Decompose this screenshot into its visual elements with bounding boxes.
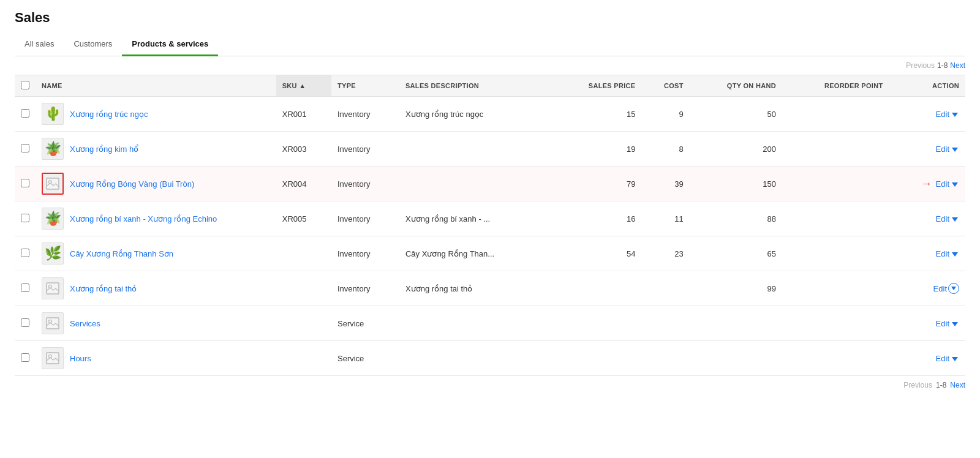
product-sku (276, 306, 331, 341)
product-name-text[interactable]: Cây Xương Rồng Thanh Sơn (70, 249, 173, 258)
product-sales-price: 15 (552, 97, 641, 132)
col-sales-description: SALES DESCRIPTION (399, 75, 552, 97)
row-checkbox[interactable] (21, 283, 29, 292)
product-reorder-point (782, 236, 889, 271)
row-checkbox[interactable] (21, 109, 29, 118)
tab-bar: All sales Customers Products & services (15, 33, 965, 56)
product-type: Service (331, 341, 399, 376)
col-name: NAME (36, 75, 276, 97)
product-qty-on-hand: 99 (690, 271, 782, 306)
top-pagination: Previous 1-8 Next (15, 56, 965, 75)
product-type: Inventory (331, 97, 399, 132)
edit-button[interactable]: Edit (936, 179, 949, 189)
row-checkbox-cell (15, 201, 36, 236)
product-type: Service (331, 306, 399, 341)
edit-button[interactable]: Edit (936, 145, 949, 154)
product-name-cell: Xương rồng tai thỏ (36, 271, 276, 306)
product-name-text[interactable]: Xương Rồng Bóng Vàng (Bui Tròn) (70, 179, 194, 189)
product-name-text[interactable]: Xương rồng tai thỏ (70, 284, 137, 293)
product-cost: 8 (641, 132, 689, 167)
col-cost: COST (641, 75, 689, 97)
dropdown-caret-button[interactable] (951, 179, 959, 189)
product-qty-on-hand: 200 (690, 132, 782, 167)
dropdown-caret-button[interactable] (951, 249, 959, 258)
svg-rect-4 (47, 318, 59, 329)
pagination-previous-top[interactable]: Previous (906, 61, 935, 70)
pagination-range-top: 1-8 (937, 61, 948, 70)
edit-button[interactable]: Edit (936, 354, 949, 363)
product-cost: 39 (641, 167, 689, 201)
product-sku: XR005 (276, 201, 331, 236)
product-thumbnail (42, 277, 64, 299)
row-checkbox-cell (15, 341, 36, 376)
edit-button[interactable]: Edit (936, 319, 949, 328)
dropdown-caret-button[interactable] (951, 319, 959, 328)
product-name-cell: Xương Rồng Bóng Vàng (Bui Tròn) (36, 167, 276, 201)
dropdown-caret-button[interactable] (951, 110, 959, 119)
products-table: NAME SKU ▲ TYPE SALES DESCRIPTION SALES … (15, 75, 965, 376)
row-checkbox[interactable] (21, 318, 29, 327)
dropdown-circle-button[interactable] (948, 283, 959, 294)
page-title: Sales (15, 10, 965, 26)
edit-button[interactable]: Edit (936, 249, 949, 258)
product-name-text[interactable]: Hours (70, 354, 91, 363)
table-row: 🪴Xương rồng kim hổXR003Inventory198200Ed… (15, 132, 965, 167)
row-checkbox[interactable] (21, 179, 29, 187)
product-qty-on-hand: 65 (690, 236, 782, 271)
dropdown-caret-button[interactable] (951, 145, 959, 154)
product-sales-price: 19 (552, 132, 641, 167)
product-sku: XR001 (276, 97, 331, 132)
table-row: 🪴Xương rồng bí xanh - Xương rồng EchinoX… (15, 201, 965, 236)
product-name-text[interactable]: Xương rồng bí xanh - Xương rồng Echino (70, 214, 217, 223)
tab-products-services[interactable]: Products & services (122, 33, 218, 56)
red-arrow-indicator: → (921, 178, 932, 190)
pagination-previous-bottom[interactable]: Previous (903, 381, 932, 389)
product-type: Inventory (331, 271, 399, 306)
product-sales-description: Cây Xương Rồng Than... (399, 236, 552, 271)
dropdown-caret-button[interactable] (951, 214, 959, 223)
pagination-range-bottom: 1-8 (936, 381, 946, 389)
col-type: TYPE (331, 75, 399, 97)
col-sku[interactable]: SKU ▲ (276, 75, 331, 97)
product-action-cell: Edit (889, 236, 965, 271)
product-sales-price: 54 (552, 236, 641, 271)
edit-button[interactable]: Edit (933, 284, 947, 293)
edit-button[interactable]: Edit (936, 214, 949, 223)
pagination-next-top[interactable]: Next (950, 61, 965, 70)
product-sales-description: Xương rồng tai thỏ (399, 271, 552, 306)
row-checkbox[interactable] (21, 249, 29, 257)
product-thumbnail: 🪴 (42, 138, 64, 160)
product-name-cell: 🌿Cây Xương Rồng Thanh Sơn (36, 236, 276, 271)
row-checkbox[interactable] (21, 353, 29, 362)
product-name-text[interactable]: Services (70, 319, 100, 328)
product-name-text[interactable]: Xương rồng trúc ngọc (70, 110, 148, 119)
select-all-checkbox[interactable] (21, 81, 29, 89)
row-checkbox[interactable] (21, 144, 29, 152)
product-thumbnail (42, 347, 64, 369)
row-checkbox-cell (15, 306, 36, 341)
svg-rect-2 (47, 283, 59, 294)
col-sales-price: SALES PRICE (552, 75, 641, 97)
product-cost (641, 341, 689, 376)
product-name-text[interactable]: Xương rồng kim hổ (70, 145, 138, 154)
tab-customers[interactable]: Customers (64, 33, 122, 56)
row-checkbox-cell (15, 97, 36, 132)
product-name-cell: 🪴Xương rồng kim hổ (36, 132, 276, 167)
product-action-cell: Edit (889, 271, 965, 306)
product-reorder-point (782, 271, 889, 306)
select-all-header[interactable] (15, 75, 36, 97)
product-name-cell: 🌵Xương rồng trúc ngọc (36, 97, 276, 132)
edit-button[interactable]: Edit (936, 110, 949, 119)
row-checkbox[interactable] (21, 214, 29, 222)
table-row: Xương rồng tai thỏInventoryXương rồng ta… (15, 271, 965, 306)
pagination-next-bottom[interactable]: Next (950, 381, 965, 389)
col-reorder-point: REORDER POINT (782, 75, 889, 97)
row-checkbox-cell (15, 236, 36, 271)
product-qty-on-hand: 88 (690, 201, 782, 236)
col-qty-on-hand: QTY ON HAND (690, 75, 782, 97)
tab-all-sales[interactable]: All sales (15, 33, 64, 56)
dropdown-caret-button[interactable] (951, 354, 959, 363)
product-action-cell: Edit (889, 341, 965, 376)
product-reorder-point (782, 341, 889, 376)
product-sku: XR004 (276, 167, 331, 201)
